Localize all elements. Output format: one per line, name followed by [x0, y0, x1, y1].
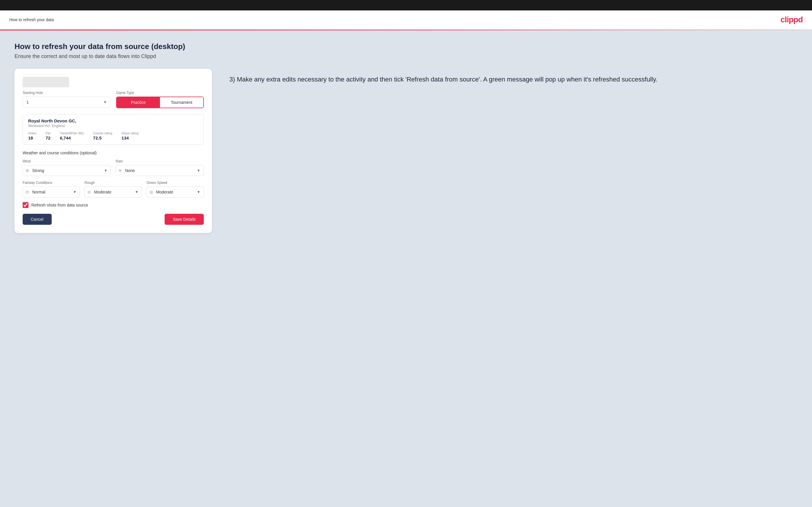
- stat-slope-rating: Slope rating 134: [122, 131, 139, 140]
- slope-rating-value: 134: [122, 135, 139, 140]
- fairway-rough-green-row: Fairway Conditions ⊙ Normal Soft Hard ▼ …: [22, 181, 204, 198]
- course-name: Royal North Devon GC,: [28, 118, 198, 123]
- rain-group: Rain ✳ None Light Heavy ▼: [115, 159, 204, 176]
- side-info: 3) Make any extra edits necessary to the…: [230, 69, 798, 84]
- page-heading: How to refresh your data from source (de…: [14, 42, 798, 51]
- slope-rating-label: Slope rating: [122, 131, 139, 135]
- rough-icon: ⊙: [87, 190, 91, 194]
- rain-select-wrapper: ✳ None Light Heavy ▼: [115, 165, 204, 176]
- par-label: Par: [46, 131, 51, 135]
- rough-select[interactable]: Moderate Light Heavy: [85, 186, 142, 198]
- refresh-checkbox-label: Refresh shots from data source: [31, 203, 88, 207]
- holes-label: Holes: [28, 131, 36, 135]
- wind-select[interactable]: Strong Mild None: [22, 165, 111, 176]
- form-actions: Cancel Save Details: [22, 214, 204, 225]
- green-speed-label: Green Speed: [147, 181, 204, 185]
- refresh-checkbox-row: Refresh shots from data source: [22, 202, 204, 208]
- game-type-toggle: Practice Tournament: [116, 97, 204, 108]
- form-card: Starting Hole 1 10 ▼ Game Type Practice …: [14, 69, 212, 233]
- green-speed-icon: ◎: [150, 190, 153, 194]
- rough-label: Rough: [85, 181, 142, 185]
- top-form-row: Starting Hole 1 10 ▼ Game Type Practice …: [22, 91, 204, 108]
- course-stats: Holes 18 Par 72 Yards/White (M)) 6,744 C…: [28, 131, 198, 140]
- stat-holes: Holes 18: [28, 131, 36, 140]
- course-rating-label: Course rating: [93, 131, 112, 135]
- content-row: Starting Hole 1 10 ▼ Game Type Practice …: [14, 69, 798, 233]
- tab-active: [70, 77, 117, 87]
- course-rating-value: 72.5: [93, 135, 112, 140]
- header-title: How to refresh your data: [9, 17, 54, 22]
- side-info-text: 3) Make any extra edits necessary to the…: [230, 74, 798, 84]
- tournament-button[interactable]: Tournament: [160, 97, 203, 108]
- rain-label: Rain: [115, 159, 204, 163]
- starting-hole-group: Starting Hole 1 10 ▼: [22, 91, 110, 108]
- holes-value: 18: [28, 135, 36, 140]
- par-value: 72: [46, 135, 51, 140]
- tab-inactive: [22, 77, 69, 87]
- header: How to refresh your data clippd: [0, 10, 812, 30]
- green-speed-select[interactable]: Moderate Slow Fast: [147, 186, 204, 198]
- fairway-select-wrapper: ⊙ Normal Soft Hard ▼: [22, 186, 80, 198]
- main-content: How to refresh your data from source (de…: [0, 31, 812, 507]
- course-location: Westward Ho!, England: [28, 124, 198, 128]
- starting-hole-label: Starting Hole: [22, 91, 110, 95]
- fairway-select[interactable]: Normal Soft Hard: [22, 186, 80, 198]
- page-subheading: Ensure the correct and most up to date d…: [14, 53, 798, 59]
- wind-group: Wind ≋ Strong Mild None ▼: [22, 159, 111, 176]
- rough-select-wrapper: ⊙ Moderate Light Heavy ▼: [85, 186, 142, 198]
- green-speed-select-wrapper: ◎ Moderate Slow Fast ▼: [147, 186, 204, 198]
- wind-label: Wind: [22, 159, 111, 163]
- conditions-section-label: Weather and course conditions (optional): [22, 151, 204, 155]
- cancel-button[interactable]: Cancel: [22, 214, 52, 225]
- rain-icon: ✳: [118, 168, 122, 173]
- stat-yards: Yards/White (M)) 6,744: [60, 131, 84, 140]
- starting-hole-select[interactable]: 1 10: [22, 97, 110, 108]
- yards-label: Yards/White (M)): [60, 131, 84, 135]
- game-type-group: Game Type Practice Tournament: [116, 91, 204, 108]
- stat-par: Par 72: [46, 131, 51, 140]
- stat-course-rating: Course rating 72.5: [93, 131, 112, 140]
- logo: clippd: [781, 15, 803, 24]
- game-type-label: Game Type: [116, 91, 204, 95]
- top-bar: [0, 0, 812, 10]
- wind-rain-row: Wind ≋ Strong Mild None ▼ Rain ✳: [22, 159, 204, 176]
- rough-group: Rough ⊙ Moderate Light Heavy ▼: [85, 181, 142, 198]
- course-info-box: Royal North Devon GC, Westward Ho!, Engl…: [22, 114, 204, 145]
- save-button[interactable]: Save Details: [165, 214, 204, 225]
- starting-hole-select-wrapper: 1 10 ▼: [22, 97, 110, 108]
- refresh-checkbox[interactable]: [22, 202, 29, 208]
- yards-value: 6,744: [60, 135, 84, 140]
- rain-select[interactable]: None Light Heavy: [115, 165, 204, 176]
- fairway-group: Fairway Conditions ⊙ Normal Soft Hard ▼: [22, 181, 80, 198]
- green-speed-group: Green Speed ◎ Moderate Slow Fast ▼: [147, 181, 204, 198]
- practice-button[interactable]: Practice: [117, 97, 160, 108]
- fairway-label: Fairway Conditions: [22, 181, 80, 185]
- fairway-icon: ⊙: [26, 190, 29, 194]
- wind-icon: ≋: [26, 168, 29, 173]
- tab-preview: [22, 77, 204, 87]
- wind-select-wrapper: ≋ Strong Mild None ▼: [22, 165, 111, 176]
